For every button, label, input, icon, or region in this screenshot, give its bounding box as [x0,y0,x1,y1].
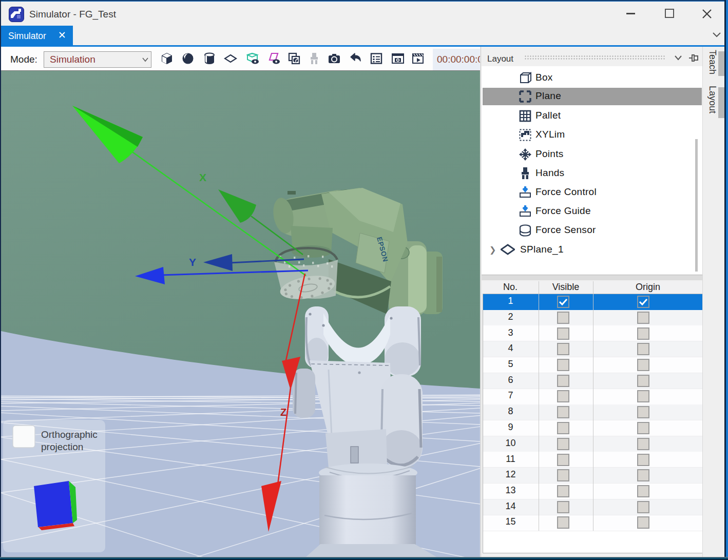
svg-text:projection: projection [41,441,83,452]
svg-text:X: X [199,171,206,183]
svg-text:Z: Z [280,407,286,418]
svg-text:Orthographic: Orthographic [41,429,98,440]
svg-text:Y: Y [189,256,196,268]
